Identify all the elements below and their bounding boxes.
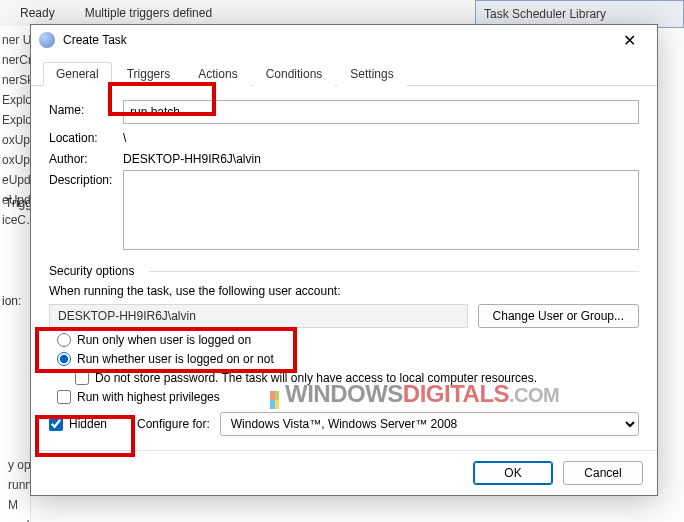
user-account-display: DESKTOP-HH9IR6J\alvin	[49, 304, 468, 328]
radio-run-logged-on[interactable]	[57, 333, 71, 347]
radio-run-logged-on-label: Run only when user is logged on	[77, 333, 251, 347]
cancel-button[interactable]: Cancel	[563, 461, 643, 485]
configure-for-dropdown[interactable]: Windows Vista™, Windows Server™ 2008	[220, 412, 639, 436]
checkbox-hidden-label: Hidden	[69, 417, 107, 431]
checkbox-highest-privileges[interactable]	[57, 390, 71, 404]
bg-trigger-text: Trigg	[5, 196, 32, 210]
name-input[interactable]	[123, 100, 639, 124]
bg-task-item: Explo…	[0, 90, 30, 110]
bg-task-item: nerSk…	[0, 70, 30, 90]
security-options-text: When running the task, use the following…	[49, 284, 639, 298]
checkbox-hidden[interactable]	[49, 417, 63, 431]
bg-status-triggers: Multiple triggers defined	[85, 6, 212, 20]
titlebar: Create Task ✕	[31, 25, 657, 55]
radio-run-whether-label: Run whether user is logged on or not	[77, 352, 274, 366]
tab-conditions[interactable]: Conditions	[253, 62, 336, 86]
bg-ion-text: ion:	[2, 294, 21, 308]
bg-task-item: eUpd…	[0, 170, 30, 190]
dialog-button-bar: OK Cancel	[31, 450, 657, 495]
label-name: Name:	[49, 100, 123, 117]
label-author: Author:	[49, 149, 123, 166]
general-panel: Name: Location: \ Author: DESKTOP-HH9IR6…	[31, 86, 657, 450]
tab-general[interactable]: General	[43, 62, 112, 86]
bg-status-ready: Ready	[20, 6, 55, 20]
bg-task-item: ner Up…	[0, 30, 30, 50]
ok-button[interactable]: OK	[473, 461, 553, 485]
tab-actions[interactable]: Actions	[185, 62, 250, 86]
tab-settings[interactable]: Settings	[337, 62, 406, 86]
bg-task-item: iceC…	[0, 210, 30, 230]
checkbox-highest-privileges-label: Run with highest privileges	[77, 390, 220, 404]
description-input[interactable]	[123, 170, 639, 250]
bg-task-item: Explo…	[0, 110, 30, 130]
label-description: Description:	[49, 170, 123, 187]
checkbox-no-password[interactable]	[75, 371, 89, 385]
radio-run-whether[interactable]	[57, 352, 71, 366]
bg-task-item: nerCr…	[0, 50, 30, 70]
bg-frag: n wh	[8, 518, 684, 522]
change-user-button[interactable]: Change User or Group...	[478, 304, 639, 328]
location-value: \	[123, 128, 126, 145]
configure-for-label: Configure for:	[137, 417, 210, 431]
tab-triggers[interactable]: Triggers	[114, 62, 184, 86]
label-location: Location:	[49, 128, 123, 145]
checkbox-no-password-label: Do not store password. The task will onl…	[95, 371, 537, 385]
bg-task-item: oxUp…	[0, 130, 30, 150]
author-value: DESKTOP-HH9IR6J\alvin	[123, 149, 261, 166]
close-button[interactable]: ✕	[609, 25, 649, 55]
create-task-dialog: Create Task ✕ General Triggers Actions C…	[30, 24, 658, 496]
dialog-title: Create Task	[63, 33, 609, 47]
bg-frag: M	[8, 498, 684, 512]
app-icon	[39, 32, 55, 48]
bg-task-item: oxUp…	[0, 150, 30, 170]
tab-row: General Triggers Actions Conditions Sett…	[31, 55, 657, 86]
security-options-heading: Security options	[49, 264, 639, 278]
